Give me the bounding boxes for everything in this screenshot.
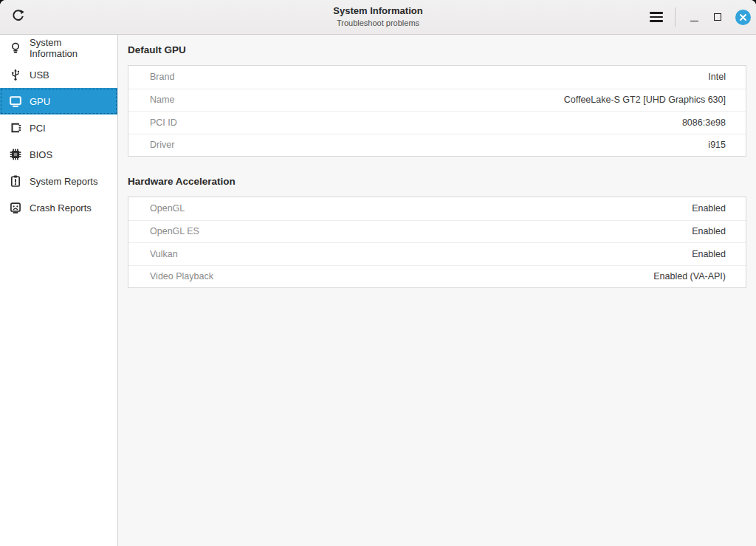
app-window: System Information Troubleshoot problems <box>0 0 756 546</box>
window-title: System Information <box>333 6 422 17</box>
window-subtitle: Troubleshoot problems <box>333 18 422 28</box>
table-row-brand: BrandIntel <box>128 66 746 89</box>
sidebar-item-label: System Information <box>30 37 111 59</box>
table-row-driver: Driveri915 <box>128 134 746 157</box>
close-icon <box>735 10 751 25</box>
table-row-opengl: OpenGLEnabled <box>128 197 746 220</box>
row-value: Enabled (VA-API) <box>653 271 726 281</box>
content-pane: Default GPUBrandIntelNameCoffeeLake-S GT… <box>118 35 756 546</box>
main-area: System InformationUSBGPUPCIBIOSSystem Re… <box>0 35 756 546</box>
info-table: OpenGLEnabledOpenGL ESEnabledVulkanEnabl… <box>128 197 746 288</box>
row-label: PCI ID <box>150 117 177 128</box>
sidebar-item-crash-reports[interactable]: Crash Reports <box>0 194 117 221</box>
sidebar-item-system-information[interactable]: System Information <box>0 35 117 61</box>
lightbulb-icon <box>9 41 22 55</box>
table-row-pci-id: PCI ID8086:3e98 <box>128 111 746 134</box>
menu-button[interactable] <box>645 5 668 29</box>
row-value: CoffeeLake-S GT2 [UHD Graphics 630] <box>564 95 726 105</box>
usb-icon <box>9 68 22 81</box>
table-row-video-playback: Video PlaybackEnabled (VA-API) <box>128 265 746 288</box>
sidebar-item-label: GPU <box>30 96 50 107</box>
crash-icon <box>9 201 22 214</box>
sidebar-item-system-reports[interactable]: System Reports <box>0 168 117 194</box>
sidebar-item-label: USB <box>30 69 49 81</box>
table-row-vulkan: VulkanEnabled <box>128 242 746 265</box>
row-label: OpenGL <box>150 203 185 214</box>
maximize-icon <box>714 13 721 21</box>
row-label: Video Playback <box>150 271 213 281</box>
display-icon <box>9 95 22 108</box>
row-label: Driver <box>150 140 174 150</box>
section-title: Default GPU <box>128 44 746 55</box>
section-hardware-acceleration: Hardware AccelerationOpenGLEnabledOpenGL… <box>128 176 746 288</box>
table-row-name: NameCoffeeLake-S GT2 [UHD Graphics 630] <box>128 89 746 112</box>
row-label: Name <box>150 95 174 105</box>
row-label: Vulkan <box>150 249 178 259</box>
row-value: i915 <box>708 140 726 150</box>
table-row-opengl-es: OpenGL ESEnabled <box>128 220 746 243</box>
sidebar: System InformationUSBGPUPCIBIOSSystem Re… <box>0 35 118 546</box>
info-table: BrandIntelNameCoffeeLake-S GT2 [UHD Grap… <box>128 65 746 157</box>
row-value: Enabled <box>692 249 726 259</box>
minimize-icon <box>690 21 698 22</box>
pci-card-icon <box>9 121 22 134</box>
row-value: Enabled <box>692 203 726 214</box>
row-label: Brand <box>150 72 174 82</box>
section-default-gpu: Default GPUBrandIntelNameCoffeeLake-S GT… <box>128 44 746 157</box>
close-button[interactable] <box>735 10 751 25</box>
chip-icon <box>9 148 22 161</box>
headerbar-separator <box>675 7 676 27</box>
row-value: 8086:3e98 <box>682 117 726 128</box>
row-label: OpenGL ES <box>150 226 199 236</box>
sidebar-item-usb[interactable]: USB <box>0 61 117 88</box>
minimize-button[interactable] <box>682 5 706 29</box>
sidebar-item-label: Crash Reports <box>30 202 92 214</box>
sidebar-item-pci[interactable]: PCI <box>0 115 117 141</box>
sidebar-item-label: BIOS <box>30 149 52 160</box>
window-title-area: System Information Troubleshoot problems <box>333 6 422 28</box>
refresh-icon <box>10 8 26 27</box>
section-title: Hardware Acceleration <box>128 176 746 187</box>
maximize-button[interactable] <box>706 5 729 29</box>
sidebar-item-bios[interactable]: BIOS <box>0 141 117 168</box>
row-value: Enabled <box>692 226 726 236</box>
sidebar-item-label: System Reports <box>30 176 97 187</box>
menu-icon <box>650 12 663 21</box>
row-value: Intel <box>708 72 726 82</box>
headerbar: System Information Troubleshoot problems <box>0 0 756 35</box>
sidebar-item-label: PCI <box>30 123 46 134</box>
refresh-button[interactable] <box>6 5 30 29</box>
report-icon <box>9 174 22 188</box>
sidebar-item-gpu[interactable]: GPU <box>0 88 117 115</box>
